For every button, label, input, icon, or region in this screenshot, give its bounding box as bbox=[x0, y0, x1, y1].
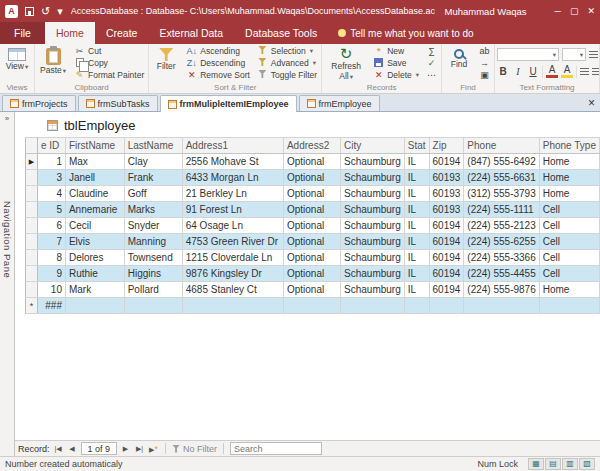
cell[interactable]: Elvis bbox=[65, 234, 124, 250]
cell[interactable]: Schaumburg bbox=[341, 282, 405, 298]
selection-button[interactable]: Selection▾ bbox=[255, 45, 319, 57]
save-icon[interactable] bbox=[25, 7, 34, 16]
cell[interactable]: IL bbox=[404, 218, 429, 234]
cell[interactable]: (224) 555-4455 bbox=[464, 266, 539, 282]
descending-button[interactable]: Z↓ Descending bbox=[184, 57, 252, 69]
font-family-select[interactable]: ▾ bbox=[497, 48, 559, 61]
cell[interactable]: Goff bbox=[124, 186, 182, 202]
record-selector[interactable] bbox=[26, 266, 38, 282]
cell[interactable]: Annemarie bbox=[65, 202, 124, 218]
font-size-select[interactable]: ▾ bbox=[562, 48, 586, 61]
cell[interactable]: IL bbox=[404, 170, 429, 186]
record-selector[interactable] bbox=[26, 282, 38, 298]
tell-me-box[interactable]: Tell me what you want to do bbox=[338, 22, 473, 44]
cell[interactable]: 21 Berkley Ln bbox=[182, 186, 283, 202]
next-record-button[interactable]: ▶ bbox=[120, 445, 131, 453]
highlight-color-button[interactable]: A bbox=[561, 65, 573, 78]
expand-nav-pane-icon[interactable]: » bbox=[5, 112, 9, 123]
cell[interactable]: Optional bbox=[283, 170, 340, 186]
cell[interactable]: 64 Osage Ln bbox=[182, 218, 283, 234]
cell[interactable]: Schaumburg bbox=[341, 186, 405, 202]
cell[interactable]: Optional bbox=[283, 282, 340, 298]
close-object-icon[interactable]: × bbox=[588, 96, 595, 110]
cell[interactable] bbox=[464, 298, 539, 314]
tab-external-data[interactable]: External Data bbox=[148, 22, 234, 44]
maximize-icon[interactable]: ▢ bbox=[570, 6, 579, 16]
form-view-shortcut[interactable]: ▤ bbox=[545, 458, 561, 470]
tab-file[interactable]: File bbox=[0, 22, 45, 44]
cut-button[interactable]: ✂ Cut bbox=[72, 45, 146, 57]
cell[interactable]: (847) 555-6492 bbox=[464, 154, 539, 170]
cell[interactable]: 60194 bbox=[429, 234, 464, 250]
tab-create[interactable]: Create bbox=[95, 22, 149, 44]
cell[interactable]: Schaumburg bbox=[341, 218, 405, 234]
access-app-icon[interactable]: A bbox=[5, 5, 18, 18]
column-header-state[interactable]: Stat bbox=[404, 138, 429, 154]
table-row[interactable]: 7 Elvis Manning 4753 Green River Dr Opti… bbox=[26, 234, 600, 250]
cell[interactable]: Snyder bbox=[124, 218, 182, 234]
cell[interactable]: Manning bbox=[124, 234, 182, 250]
cell[interactable]: Schaumburg bbox=[341, 250, 405, 266]
cell[interactable]: IL bbox=[404, 154, 429, 170]
tab-frmProjects[interactable]: frmProjects bbox=[2, 95, 76, 111]
new-blank-record-button[interactable]: ▶* bbox=[148, 444, 159, 454]
cell[interactable]: 9 bbox=[37, 266, 65, 282]
first-record-button[interactable]: |◀ bbox=[53, 445, 64, 453]
bold-button[interactable]: B bbox=[497, 65, 509, 78]
cell[interactable]: 1215 Cloverdale Ln bbox=[182, 250, 283, 266]
cell[interactable]: 4 bbox=[37, 186, 65, 202]
column-header-firstname[interactable]: FirstName bbox=[65, 138, 124, 154]
layout-view-shortcut[interactable]: ▥ bbox=[562, 458, 578, 470]
cell[interactable]: (224) 555-6255 bbox=[464, 234, 539, 250]
column-header-city[interactable]: City bbox=[341, 138, 405, 154]
cell[interactable]: Home bbox=[539, 154, 599, 170]
column-header-zip[interactable]: Zip bbox=[429, 138, 464, 154]
cell[interactable]: IL bbox=[404, 202, 429, 218]
cell[interactable]: Schaumburg bbox=[341, 170, 405, 186]
table-row[interactable]: 5 Annemarie Marks 91 Forest Ln Optional … bbox=[26, 202, 600, 218]
table-row[interactable]: 3 Janell Frank 6433 Morgan Ln Optional S… bbox=[26, 170, 600, 186]
table-row[interactable]: 4 Claudine Goff 21 Berkley Ln Optional S… bbox=[26, 186, 600, 202]
find-button[interactable]: Find bbox=[444, 45, 474, 70]
cell[interactable]: Janell bbox=[65, 170, 124, 186]
cell[interactable]: Delores bbox=[65, 250, 124, 266]
cell[interactable]: Optional bbox=[283, 234, 340, 250]
cell[interactable]: 6433 Morgan Ln bbox=[182, 170, 283, 186]
cell[interactable]: Cell bbox=[539, 234, 599, 250]
table-row[interactable]: 8 Delores Townsend 1215 Cloverdale Ln Op… bbox=[26, 250, 600, 266]
cell[interactable]: 60194 bbox=[429, 250, 464, 266]
cell[interactable] bbox=[404, 298, 429, 314]
last-record-button[interactable]: ▶| bbox=[134, 445, 145, 453]
cell[interactable]: 60194 bbox=[429, 282, 464, 298]
cell[interactable]: IL bbox=[404, 186, 429, 202]
underline-button[interactable]: U bbox=[527, 65, 539, 78]
cell[interactable]: 60194 bbox=[429, 218, 464, 234]
refresh-all-button[interactable]: ↻ Refresh All▾ bbox=[324, 45, 368, 82]
cell[interactable]: Home bbox=[539, 186, 599, 202]
font-color-button[interactable]: A bbox=[546, 65, 558, 78]
cell[interactable]: 5 bbox=[37, 202, 65, 218]
cell[interactable]: Cell bbox=[539, 250, 599, 266]
cell[interactable] bbox=[341, 298, 405, 314]
record-selector[interactable] bbox=[26, 202, 38, 218]
paste-button[interactable]: Paste▾ bbox=[37, 45, 69, 76]
cell[interactable]: Cecil bbox=[65, 218, 124, 234]
tab-frmEmployee[interactable]: frmEmployee bbox=[299, 95, 380, 111]
cell[interactable]: Schaumburg bbox=[341, 202, 405, 218]
tab-frmSubTasks[interactable]: frmSubTasks bbox=[78, 95, 158, 111]
ascending-button[interactable]: A↓ Ascending bbox=[184, 45, 252, 57]
more-button[interactable]: ⋯ bbox=[424, 69, 439, 81]
cell[interactable]: (224) 555-6631 bbox=[464, 170, 539, 186]
cell[interactable] bbox=[65, 298, 124, 314]
minimize-icon[interactable]: ─ bbox=[555, 6, 561, 16]
cell[interactable]: (224) 555-3366 bbox=[464, 250, 539, 266]
cell[interactable]: Frank bbox=[124, 170, 182, 186]
search-input[interactable] bbox=[230, 442, 322, 455]
record-selector[interactable] bbox=[26, 218, 38, 234]
cell[interactable]: 4753 Green River Dr bbox=[182, 234, 283, 250]
toggle-filter-button[interactable]: Toggle Filter bbox=[255, 69, 319, 81]
advanced-button[interactable]: Advanced▾ bbox=[255, 57, 319, 69]
cell[interactable] bbox=[182, 298, 283, 314]
replace-button[interactable]: ab bbox=[477, 45, 492, 57]
cell[interactable]: Cell bbox=[539, 202, 599, 218]
